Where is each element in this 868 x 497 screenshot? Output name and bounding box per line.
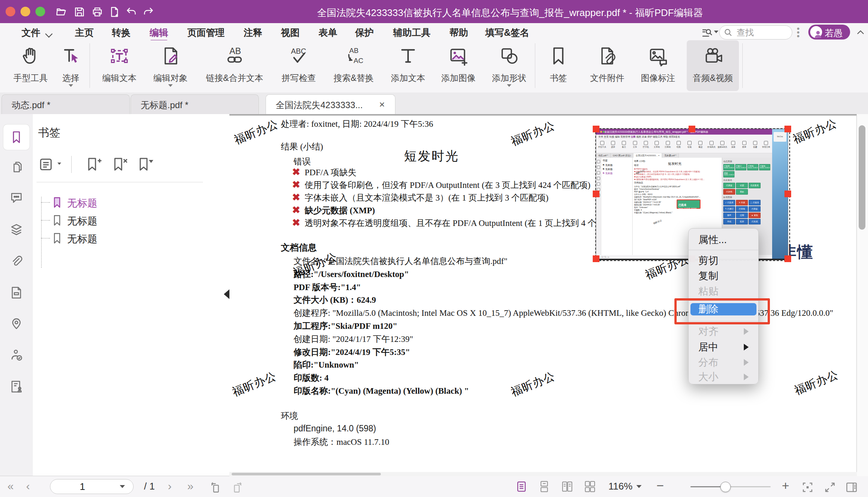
menu-form[interactable]: 表单 xyxy=(319,26,337,39)
menu-edit[interactable]: 编辑 xyxy=(150,26,168,39)
bookmark-list-menu-icon[interactable] xyxy=(38,156,56,174)
zoom-window-button[interactable] xyxy=(35,7,45,16)
rail-bookmarks-icon[interactable] xyxy=(9,130,23,144)
redo-icon[interactable] xyxy=(142,6,154,18)
context-menu-delete[interactable]: 删除 xyxy=(690,303,756,315)
rail-signature-icon[interactable] xyxy=(9,348,23,362)
expand-bookmark-icon[interactable] xyxy=(137,156,154,174)
page-number-input[interactable]: 1 xyxy=(50,479,134,494)
rail-attachments-icon[interactable] xyxy=(9,254,23,268)
menu-convert[interactable]: 转换 xyxy=(112,26,131,39)
open-folder-icon[interactable] xyxy=(55,6,67,18)
undo-icon[interactable] xyxy=(125,6,137,18)
delete-bookmark-icon[interactable] xyxy=(111,156,129,174)
resize-handle-mid-right[interactable] xyxy=(784,191,791,197)
view-continuous-icon[interactable] xyxy=(516,480,527,493)
tab-dynamic-pdf[interactable]: 动态.pdf * xyxy=(1,94,130,114)
menu-accessibility[interactable]: 辅助工具 xyxy=(393,26,430,39)
search-options-icon[interactable] xyxy=(701,26,714,39)
context-menu-properties[interactable]: 属性... xyxy=(689,232,758,247)
link-merge-text-button[interactable]: AB 链接&合并文本 xyxy=(201,40,268,92)
rail-comments-icon[interactable] xyxy=(9,191,23,205)
find-search-box[interactable] xyxy=(719,25,792,40)
zoom-level-label[interactable]: 116% xyxy=(608,481,633,492)
resize-handle-top-left[interactable] xyxy=(593,126,599,132)
file-attachment-icon xyxy=(597,44,618,68)
minimize-window-button[interactable] xyxy=(21,7,30,16)
rail-layers-icon[interactable] xyxy=(9,222,23,236)
menu-view[interactable]: 视图 xyxy=(281,26,300,39)
view-two-column-icon[interactable] xyxy=(561,480,573,493)
rail-destinations-icon[interactable] xyxy=(9,316,23,330)
vertical-scrollbar[interactable] xyxy=(856,114,868,476)
zoom-in-button[interactable]: + xyxy=(782,478,789,493)
new-page-icon[interactable] xyxy=(109,6,120,18)
context-menu-paste[interactable]: 粘贴 xyxy=(689,284,758,299)
more-options-dots-icon[interactable]: ••• xyxy=(797,27,799,38)
rail-certificates-icon[interactable] xyxy=(9,380,23,394)
horizontal-scrollbar[interactable] xyxy=(229,472,857,476)
collapse-toolbar-chevron-icon[interactable] xyxy=(856,28,864,36)
zoom-caret-icon[interactable] xyxy=(636,485,642,488)
tab-label: 动态.pdf * xyxy=(12,99,50,111)
bookmark-item[interactable]: 无标题 xyxy=(33,211,219,229)
rail-fields-icon[interactable] xyxy=(9,286,23,300)
user-account-button[interactable]: 若愚 xyxy=(808,25,850,40)
next-page-button[interactable]: › xyxy=(168,480,172,493)
document-view: 福昕办公 福昕办公 福昕办公 福昕办公 福昕办公 福昕办公 福昕办公 福昕办公 … xyxy=(229,114,868,476)
resize-handle-mid-left[interactable] xyxy=(593,191,599,197)
menu-protect[interactable]: 保护 xyxy=(355,26,374,39)
menu-page-management[interactable]: 页面管理 xyxy=(187,26,225,39)
context-menu-copy[interactable]: 复制 xyxy=(689,268,758,283)
tab-untitled-pdf[interactable]: 无标题.pdf * xyxy=(131,94,259,114)
rail-pages-icon[interactable] xyxy=(9,160,23,174)
save-icon[interactable] xyxy=(73,6,85,18)
page-number-caret-icon[interactable] xyxy=(120,485,125,488)
vertical-scrollbar-thumb[interactable] xyxy=(859,125,865,230)
menu-comment[interactable]: 注释 xyxy=(244,26,262,39)
bookmark-item[interactable]: 无标题 xyxy=(33,229,219,247)
menu-home[interactable]: 主页 xyxy=(75,26,94,39)
fit-page-icon[interactable] xyxy=(801,481,814,494)
resize-handle-bottom-left[interactable] xyxy=(593,255,599,262)
zoom-slider-knob[interactable] xyxy=(720,482,731,492)
menu-help[interactable]: 帮助 xyxy=(449,26,468,39)
context-menu: 属性... 剪切 复制 粘贴 删除 对齐 居中 分布 大小 xyxy=(688,228,759,384)
resize-handle-top-right[interactable] xyxy=(784,126,791,132)
print-icon[interactable] xyxy=(91,6,103,18)
add-image-icon xyxy=(448,44,469,68)
edit-object-button[interactable]: 编辑对象 xyxy=(137,40,204,92)
last-page-button[interactable]: » xyxy=(187,480,194,493)
error-row: ✖缺少元数据 (XMP) xyxy=(292,204,625,216)
bookmark-item[interactable]: 无标题 xyxy=(33,193,219,211)
zoom-out-button[interactable]: − xyxy=(657,478,664,493)
close-window-button[interactable] xyxy=(6,7,15,16)
fullscreen-icon[interactable] xyxy=(824,481,836,494)
first-page-button[interactable]: « xyxy=(7,480,14,493)
menu-fill-sign[interactable]: 填写&签名 xyxy=(485,26,529,39)
context-menu-cut[interactable]: 剪切 xyxy=(689,253,758,268)
resize-handle-top-center[interactable] xyxy=(689,126,695,132)
search-input[interactable] xyxy=(736,26,790,38)
search-options-caret-icon[interactable] xyxy=(714,31,718,33)
add-shape-dropdown-caret-icon[interactable] xyxy=(507,84,511,87)
panel-collapse-handle[interactable] xyxy=(224,289,229,299)
submenu-arrow-icon xyxy=(744,359,749,366)
select-cursor-icon xyxy=(60,44,81,68)
select-dropdown-caret-icon[interactable] xyxy=(69,84,73,87)
menu-file[interactable]: 文件 xyxy=(22,26,40,39)
horizontal-scrollbar-thumb[interactable] xyxy=(232,473,381,475)
add-bookmark-icon[interactable] xyxy=(85,156,103,174)
audio-video-button[interactable]: 音频&视频 xyxy=(687,40,739,91)
rotate-left-icon[interactable] xyxy=(209,481,222,494)
image-annotation-button[interactable]: 图像标注 xyxy=(624,40,692,92)
reading-panel-icon[interactable] xyxy=(845,481,858,494)
previous-page-button[interactable]: ‹ xyxy=(26,480,30,493)
tab-close-icon[interactable]: × xyxy=(377,100,387,109)
resize-handle-bottom-right[interactable] xyxy=(784,255,791,262)
tab-court-report-pdf[interactable]: 全国法院失4233333... × xyxy=(266,94,395,115)
edit-object-dropdown-caret-icon[interactable] xyxy=(168,84,173,87)
view-two-page-icon[interactable] xyxy=(584,480,595,493)
view-single-page-icon[interactable] xyxy=(539,480,550,493)
rotate-right-icon[interactable] xyxy=(231,481,244,494)
